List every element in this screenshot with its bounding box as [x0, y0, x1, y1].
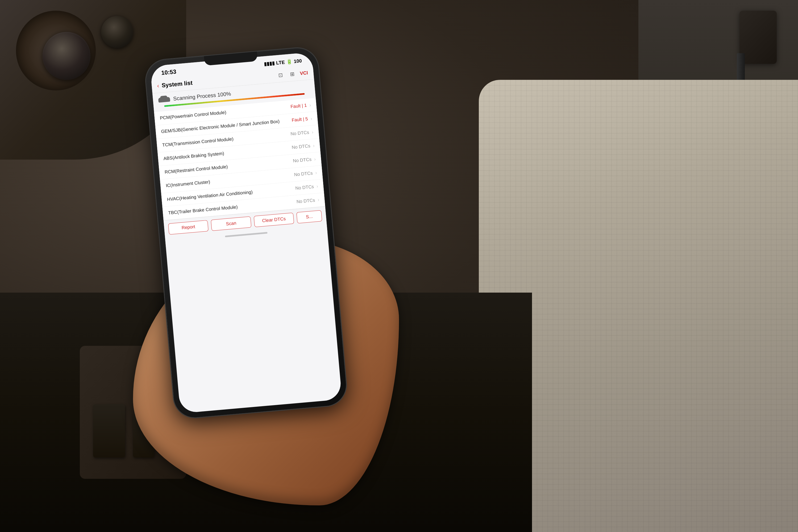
dashboard-detail [16, 11, 96, 91]
system-status: No DTCs› [292, 156, 316, 164]
scan-button[interactable]: Scan [211, 216, 252, 231]
clear-dtcs-button[interactable]: Clear DTCs [253, 212, 294, 227]
car-icon-small [158, 95, 170, 104]
network-type: LTE [276, 59, 285, 66]
ok-status: No DTCs [292, 157, 311, 164]
chevron-right-icon: › [311, 129, 314, 135]
battery-icon: 🔋 [286, 58, 292, 65]
signal-icon: ▮▮▮▮ [264, 60, 275, 67]
ok-status: No DTCs [296, 198, 315, 205]
vci-label[interactable]: VCI [299, 68, 308, 78]
more-button[interactable]: S... [296, 210, 322, 224]
nav-icons: ⊡ ⊞ VCI [276, 68, 308, 79]
system-status: No DTCs› [294, 170, 317, 177]
nav-icon-1[interactable]: ⊡ [276, 71, 285, 80]
chevron-right-icon: › [313, 143, 315, 148]
back-button[interactable]: ‹ [157, 82, 159, 89]
system-status: No DTCs› [296, 197, 320, 205]
system-list: PCM(Powertrain Control Module)Fault | 1›… [154, 98, 325, 220]
chevron-right-icon: › [309, 102, 311, 108]
status-time: 10:53 [161, 68, 176, 77]
phone-outer: 10:53 ▮▮▮▮ LTE 🔋 100 ‹ System list [144, 46, 348, 419]
battery-level: 100 [294, 58, 302, 64]
system-status: No DTCs› [295, 184, 318, 191]
nav-icon-2[interactable]: ⊞ [288, 70, 297, 79]
phone: 10:53 ▮▮▮▮ LTE 🔋 100 ‹ System list [144, 46, 348, 419]
status-icons: ▮▮▮▮ LTE 🔋 100 [264, 58, 302, 67]
fault-status: Fault | 5 [291, 116, 308, 123]
ok-status: No DTCs [290, 130, 309, 137]
system-status: No DTCs› [291, 143, 315, 150]
chevron-right-icon: › [315, 170, 317, 175]
dash-knob2 [101, 16, 133, 48]
phone-screen: 10:53 ▮▮▮▮ LTE 🔋 100 ‹ System list [150, 52, 342, 413]
ok-status: No DTCs [291, 144, 310, 150]
rear-item [740, 11, 777, 64]
chevron-right-icon: › [314, 156, 316, 162]
ok-status: No DTCs [295, 184, 314, 191]
system-status: Fault | 5› [291, 116, 312, 123]
chevron-right-icon: › [317, 197, 320, 203]
brake-pedal [93, 404, 125, 457]
home-bar [225, 232, 268, 237]
report-button[interactable]: Report [168, 220, 209, 234]
hand-phone-container: 10:53 ▮▮▮▮ LTE 🔋 100 ‹ System list [133, 53, 425, 506]
dash-knob [42, 32, 91, 80]
car-body [158, 97, 170, 103]
system-status: No DTCs› [290, 129, 314, 137]
car-background: 10:53 ▮▮▮▮ LTE 🔋 100 ‹ System list [0, 0, 798, 532]
chevron-right-icon: › [316, 184, 318, 189]
fault-status: Fault | 1 [290, 103, 307, 109]
system-status: Fault | 1› [290, 102, 311, 110]
ok-status: No DTCs [294, 171, 313, 177]
chevron-right-icon: › [310, 116, 312, 121]
